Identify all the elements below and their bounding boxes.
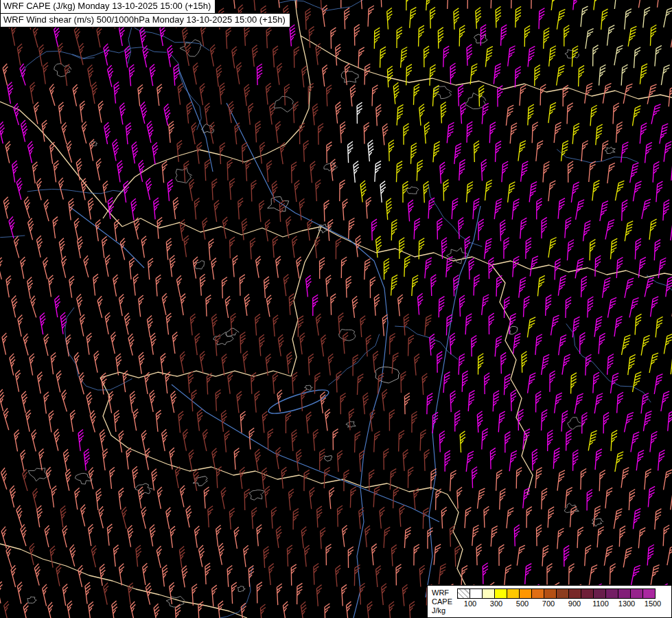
legend-swatch (618, 588, 631, 599)
legend-swatch (470, 588, 483, 599)
legend-tick-label: 1500 (645, 599, 661, 608)
legend-tick-label: 900 (568, 599, 581, 608)
title-wind-shear: WRF Wind shear (m/s) 500/1000hPa Monday … (0, 13, 290, 27)
legend-tick-label: 1300 (618, 599, 635, 608)
title-cape: WRF CAPE (J/kg) Monday 13-10-2025 15:00 … (0, 0, 216, 14)
legend-tick-labels: 100300500700900110013001500 (457, 599, 667, 609)
legend-swatch (494, 588, 507, 599)
legend-swatch (642, 588, 656, 599)
legend-swatch (519, 588, 532, 599)
legend-swatch (605, 588, 618, 599)
legend-model: WRF (432, 588, 452, 597)
legend-tick-label: 700 (542, 599, 555, 608)
legend-swatch (630, 588, 643, 599)
legend-swatch (482, 588, 495, 599)
legend-swatch (507, 588, 520, 599)
legend-swatch (556, 588, 569, 599)
wind-barb-layer (0, 0, 672, 618)
legend-swatch (544, 588, 557, 599)
legend-swatch (593, 588, 606, 599)
map-titles: WRF CAPE (J/kg) Monday 13-10-2025 15:00 … (0, 0, 290, 27)
legend-swatch (581, 588, 594, 599)
weather-map: WRF CAPE (J/kg) Monday 13-10-2025 15:00 … (0, 0, 672, 618)
legend-caption: WRF CAPE J/kg (432, 588, 452, 615)
legend-tick-label: 100 (464, 599, 476, 608)
legend-tick-label: 300 (490, 599, 502, 608)
cape-legend: WRF CAPE J/kg 10030050070090011001300150… (427, 585, 672, 618)
legend-units: J/kg (432, 606, 452, 615)
legend-swatches (457, 588, 667, 599)
legend-swatch (531, 588, 544, 599)
legend-tick-label: 1100 (592, 599, 609, 608)
legend-tick-label: 500 (516, 599, 529, 608)
legend-swatch (568, 588, 581, 599)
legend-variable: CAPE (432, 597, 452, 606)
legend-swatch (457, 588, 470, 599)
legend-scale: 100300500700900110013001500 (457, 588, 667, 609)
